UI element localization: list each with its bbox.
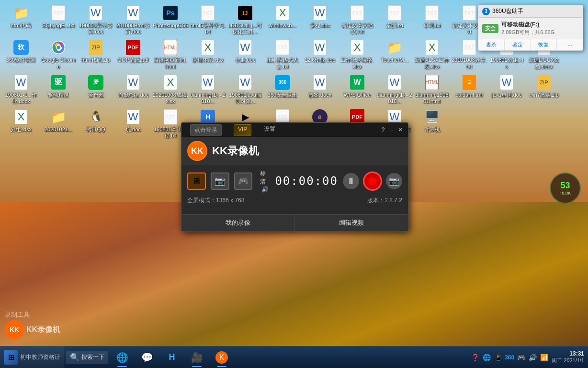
kk-watermark: 录制工具 KK KK录像机 (5, 310, 60, 339)
notif-scan-btn[interactable]: 查杀 (478, 39, 504, 50)
icon-label: 计算机 (424, 126, 440, 133)
ps-icon: Ps (163, 6, 178, 20)
icon-dianming2[interactable]: W dianming(1) - 2010... (376, 72, 413, 106)
icon-360-soft[interactable]: 软 360软件管家 (2, 37, 40, 71)
notif-identify-btn[interactable]: 鉴定 (505, 39, 531, 50)
notif-more-btn[interactable]: ... (557, 39, 583, 50)
kk-watermark-label: 录制工具 (5, 310, 60, 319)
icon-html5-course[interactable]: TXT html5课外学习.txt (189, 2, 226, 37)
taskbar-app-hbuilder[interactable]: H (160, 347, 184, 368)
icon-new-txt2[interactable]: TXT 新建文本文档(2).txt (339, 2, 376, 37)
icon-baidu-html[interactable]: HTML 百度网页新闻.html (152, 37, 189, 71)
tray-network2-icon[interactable]: 📶 (539, 353, 549, 362)
wps-icon: W (350, 75, 364, 90)
icon-win7-zip[interactable]: ZIP win7激活.zip (525, 72, 563, 106)
notification-360: 3 360U盘助手 安全 可移动磁盘(F:) 2.09GB可用，共6.66G 查… (478, 5, 583, 51)
icon-html-zip[interactable]: ZIP html代码.zip (77, 37, 114, 71)
excel-icon: X (202, 40, 214, 55)
icon-regex[interactable]: TXT 正则表达式大全.txt (264, 37, 301, 71)
icon-photoshop[interactable]: Ps PhotoshopCS6 (152, 2, 189, 37)
notif-restore-btn[interactable]: 恢复 (531, 39, 557, 50)
icon-20201021[interactable]: 📁 20201021... (40, 106, 77, 141)
tray-device-icon[interactable]: 📱 (493, 353, 503, 362)
icon-tencent-qq[interactable]: 🐧 腾讯QQ (77, 106, 114, 141)
excel-icon: X (351, 40, 363, 55)
kk-my-recordings-btn[interactable]: 我的录像 (181, 215, 295, 231)
kk-watermark-logo: KK KK录像机 (5, 320, 60, 339)
system-clock[interactable]: 13:31 周二 2021/1/1 (552, 350, 584, 364)
kk-vip-btn[interactable]: VIP (234, 124, 251, 136)
word-icon: W (239, 75, 251, 90)
icon-html-folder[interactable]: 📁 html代码 (2, 2, 40, 37)
icon-sqlyog[interactable]: TXT SQLyogE...txt (40, 2, 77, 37)
tray-360-icon[interactable]: 360 (505, 353, 514, 362)
kk-pause-btn[interactable]: ⏸ (343, 173, 359, 189)
kk-snapshot-btn[interactable]: 📷 (386, 173, 402, 189)
icon-label: 桌面.txt (386, 23, 404, 29)
start-icon[interactable]: ⊞ (4, 350, 18, 365)
icon-worklog[interactable]: X 工作记录表格.xlsx (339, 37, 376, 71)
icon-201008html[interactable]: W 201008Html答辩.doc (114, 2, 152, 37)
tray-volume-icon[interactable]: 🔊 (528, 353, 537, 362)
icon-teacher-folder[interactable]: 📁 TeacherM... (376, 37, 413, 71)
kk-record-btn[interactable] (363, 172, 382, 191)
icon-zhuomian[interactable]: TXT 桌面.txt (376, 2, 413, 37)
icon-course-xlsx[interactable]: X 课程体系.xlsx (189, 37, 226, 71)
icon-lesson-plan[interactable]: W 教案.docx (301, 72, 339, 106)
taskbar: ⊞ 初中教师资格证 🔍 搜索一下 🌐 💬 H 🎥 K (0, 346, 588, 368)
icon-label: java单词.doc (492, 92, 522, 98)
icon-oop-pdf[interactable]: PDF OOP笔记.pdf (114, 37, 152, 71)
kk-minimize-btn[interactable]: ─ (388, 126, 396, 134)
icon-dianming-html[interactable]: HTML dianming190801.html (413, 72, 451, 106)
icon-jdbc[interactable]: IJ JDBCUtil.j...可视化工具... (226, 2, 264, 37)
kk-login-btn[interactable]: 点击登录 (190, 124, 222, 136)
icon-190801-java[interactable]: W 190801-1...作业.docx (2, 72, 40, 106)
icon-course-doc[interactable]: W 课程.doc (301, 2, 339, 37)
icon-word-txt[interactable]: TXT 单词.txt (413, 2, 451, 37)
kk-settings-btn[interactable]: 设置 (261, 124, 278, 136)
kk-footer: 我的录像 编辑视频 (181, 214, 408, 231)
icon-windowsb1[interactable]: X windowsb... (264, 2, 301, 37)
tray-question-icon[interactable]: ❓ (470, 353, 480, 362)
taskbar-start[interactable]: ⊞ 初中教师资格证 (0, 346, 64, 368)
green-icon: 驱 (51, 75, 66, 90)
icon-drive-genius[interactable]: 驱 驱动精灵 (40, 72, 77, 106)
icon-20201008-score[interactable]: X 20201008成绩.xlsx (152, 72, 189, 106)
icon-wps[interactable]: W WPS Office (339, 72, 376, 106)
icon-javaoop-doc[interactable]: W 190801java面向对象... (226, 72, 264, 106)
taskbar-search[interactable]: 🔍 搜索一下 (66, 351, 108, 364)
icon-new-xlsx[interactable]: X 新建XLSX工作表.xlsx (413, 37, 451, 71)
icon-keng-doc[interactable]: W 坑.doc (114, 106, 152, 141)
icon-homework[interactable]: W 作业.doc (226, 37, 264, 71)
kk-game-mode-btn[interactable]: 🎮 (234, 172, 253, 190)
kk-screen-mode-btn[interactable]: 🖥 (187, 172, 206, 190)
icon-java-word-doc[interactable]: W java单词.doc (488, 72, 525, 106)
tray-game-icon[interactable]: 🎮 (516, 353, 526, 362)
icon-caidan[interactable]: ☰ caidan.html (451, 72, 488, 106)
zip-icon: ZIP (89, 40, 102, 55)
icon-label: 190801-1...作业.docx (3, 92, 39, 104)
icon-dianming[interactable]: W dianming(1) - 2010... (189, 72, 226, 106)
kk-camera-mode-btn[interactable]: 📷 (211, 172, 229, 190)
taskbar-app-wechat[interactable]: 💬 (135, 347, 159, 368)
kk-help-btn[interactable]: ? (379, 126, 387, 134)
icon-360-safe[interactable]: 360 360安全卫士 (264, 72, 301, 106)
icon-google-chrome[interactable]: Google Chrome (40, 37, 77, 71)
taskbar-app-kk2[interactable]: K (210, 347, 234, 368)
tray-network-icon[interactable]: 🌐 (482, 353, 491, 362)
speed-unit: ↑0.0K (560, 191, 571, 196)
icon-iqiyi[interactable]: 爱 爱奇艺 (77, 72, 114, 106)
icon-weekly-report[interactable]: W 周报总结.doc (114, 72, 152, 106)
icon-label: 爱奇艺 (88, 92, 104, 98)
taskbar-app-kk[interactable]: 🎥 (185, 347, 209, 368)
icon-label: OOP笔记.pdf (118, 57, 149, 63)
icon-computer[interactable]: 🖥️ 计算机 (413, 106, 451, 141)
icon-190801[interactable]: W 190801异常答辩.doc (77, 2, 114, 37)
kk-edit-video-btn[interactable]: 编辑视频 (295, 215, 408, 231)
taskbar-app-browser[interactable]: 🌐 (110, 347, 134, 368)
icon-label: 190801java面向对象... (227, 92, 263, 104)
kk-close-btn[interactable]: ✕ (396, 126, 404, 134)
screen-icon: 🖥 (192, 176, 201, 186)
icon-12-6-work[interactable]: W 12.6作业.doc (301, 37, 339, 71)
icon-group-xlsx[interactable]: X 分组.xlsx (2, 106, 40, 141)
